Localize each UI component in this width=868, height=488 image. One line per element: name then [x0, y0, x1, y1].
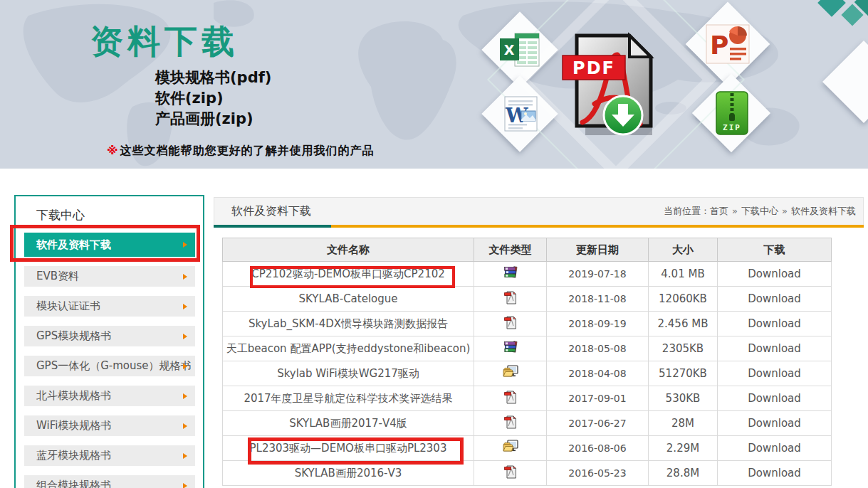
column-header: 大小: [649, 238, 718, 262]
download-link[interactable]: Download: [748, 317, 801, 330]
svg-text:PDF: PDF: [572, 58, 615, 78]
chevron-right-icon: [183, 423, 187, 429]
sidebar-item-2[interactable]: EVB资料: [24, 266, 195, 287]
banner-line-2: 软件(zip): [155, 88, 271, 109]
excel-file-icon: X: [500, 32, 541, 68]
sidebar-item-label: GPS一体化（G-mouse）规格书: [36, 359, 192, 372]
file-type-cell: [474, 461, 547, 486]
sidebar-item-7[interactable]: WiFi模块规格书: [24, 415, 195, 436]
note-text: 这些文档能帮助您更好的了解并使用我们的产品: [120, 144, 375, 157]
winrar-archive-icon: [503, 340, 518, 357]
download-cell: Download: [718, 336, 832, 361]
chevron-right-icon: [183, 274, 187, 280]
chevron-right-icon: [183, 453, 187, 459]
chevron-right-icon: [183, 364, 187, 369]
column-header: 更新日期: [547, 238, 649, 262]
file-type-cell: [474, 312, 547, 336]
download-link[interactable]: Download: [748, 392, 801, 405]
file-name-cell: Skylab WiFi模块WG217驱动: [223, 361, 474, 386]
sidebar-item-label: 蓝牙模块规格书: [36, 449, 111, 462]
update-date-cell: 2018-11-08: [547, 287, 649, 312]
file-type-cell: [474, 336, 547, 361]
table-row: SkyLab_SKM-4DX惯导模块路测数据报告 2018-09-192.456…: [223, 312, 832, 336]
file-size-cell: 4.01 MB: [649, 262, 718, 287]
note-asterisk: ※: [107, 144, 119, 157]
update-date-cell: 2019-07-18: [547, 262, 649, 287]
word-file-icon: W: [501, 95, 540, 132]
sidebar-item-1[interactable]: 软件及资料下载: [24, 233, 195, 257]
sidebar-title: 下载中心: [36, 207, 203, 223]
breadcrumb-link-3[interactable]: 软件及资料下载: [791, 206, 856, 216]
download-link[interactable]: Download: [748, 442, 801, 455]
file-name-cell: PL2303驱动—DEMO板串口驱动PL2303: [223, 436, 474, 461]
main-panel: 软件及资料下载 当前位置：首页»下载中心»软件及资料下载 文件名称文件类型更新日…: [214, 197, 864, 486]
download-cell: Download: [718, 411, 832, 436]
file-size-cell: 28.8M: [649, 461, 718, 486]
download-cell: Download: [718, 312, 832, 336]
file-size-cell: 12060KB: [649, 287, 718, 312]
file-size-cell: 28M: [649, 411, 718, 436]
file-name-cell: SKYLAB画册2017-V4版: [223, 411, 474, 436]
panel-title: 软件及资料下载: [231, 204, 311, 219]
sidebar-item-6[interactable]: 北斗模块规格书: [24, 386, 195, 406]
table-row: SKYLAB画册2016-V3 2016-05-2328.8MDownload: [223, 461, 832, 486]
table-row: Skylab WiFi模块WG217驱动 2018-04-0851270KBDo…: [223, 361, 832, 386]
sidebar-item-4[interactable]: GPS模块规格书: [24, 326, 195, 346]
pdf-download-icon: PDF: [557, 32, 665, 140]
file-type-cell: [474, 262, 547, 287]
file-size-cell: 51270KB: [649, 361, 718, 386]
chevron-right-icon: [183, 483, 187, 488]
update-date-cell: 2018-04-08: [547, 361, 649, 386]
download-link[interactable]: Download: [748, 342, 801, 355]
svg-text:X: X: [504, 42, 515, 58]
file-name-cell: 2017年度卫星导航定位科学技术奖评选结果: [223, 386, 474, 411]
breadcrumb-separator: »: [732, 206, 738, 216]
download-cell: Download: [718, 361, 832, 386]
download-link[interactable]: Download: [748, 367, 801, 380]
download-link[interactable]: Download: [748, 467, 801, 479]
zip-file-icon: ZIP: [715, 90, 749, 136]
sidebar-item-3[interactable]: 模块认证证书: [24, 296, 195, 317]
svg-text:ZIP: ZIP: [723, 123, 741, 132]
file-name-cell: SkyLab_SKM-4DX惯导模块路测数据报告: [223, 312, 474, 336]
svg-text:P: P: [710, 31, 728, 60]
update-date-cell: 2017-09-01: [547, 386, 649, 411]
breadcrumb-link-1[interactable]: 首页: [710, 206, 728, 216]
download-link[interactable]: Download: [748, 292, 801, 305]
download-link[interactable]: Download: [748, 267, 801, 280]
download-cell: Download: [718, 287, 832, 312]
update-date-cell: 2016-05-23: [547, 461, 649, 486]
sidebar-menu: 软件及资料下载EVB资料模块认证证书GPS模块规格书GPS一体化（G-mouse…: [16, 233, 203, 488]
sidebar-item-label: WiFi模块规格书: [36, 419, 111, 432]
download-link[interactable]: Download: [748, 417, 801, 430]
sidebar-item-5[interactable]: GPS一体化（G-mouse）规格书: [24, 356, 195, 376]
file-size-cell: 530KB: [649, 386, 718, 411]
column-header: 文件名称: [223, 238, 474, 262]
panel-header: 软件及资料下载 当前位置：首页»下载中心»软件及资料下载: [214, 197, 864, 225]
file-name-cell: CP2102驱动-DEMO板串口驱动CP2102: [223, 262, 474, 287]
sidebar-item-label: 北斗模块规格书: [36, 389, 111, 402]
table-header-row: 文件名称文件类型更新日期大小下载: [223, 238, 832, 262]
sidebar-item-label: GPS模块规格书: [36, 329, 111, 342]
sidebar-item-8[interactable]: 蓝牙模块规格书: [24, 445, 195, 466]
chevron-right-icon: [183, 393, 187, 399]
update-date-cell: 2016-08-06: [547, 436, 649, 461]
sidebar-download-center: 下载中心 软件及资料下载EVB资料模块认证证书GPS模块规格书GPS一体化（G-…: [14, 195, 204, 488]
winrar-archive-icon: [503, 265, 518, 282]
download-cell: Download: [718, 436, 832, 461]
file-type-cell: [474, 287, 547, 312]
file-type-cell: [474, 436, 547, 461]
file-name-cell: SKYLAB-Catelogue: [223, 287, 474, 312]
file-type-cell: [474, 411, 547, 436]
banner-title: 资料下载: [90, 20, 239, 64]
sidebar-item-9[interactable]: 组合模块规格书: [24, 475, 195, 488]
file-table: 文件名称文件类型更新日期大小下载 CP2102驱动-DEMO板串口驱动CP210…: [222, 238, 832, 486]
update-date-cell: 2018-05-08: [547, 336, 649, 361]
file-size-cell: 2.456 MB: [649, 312, 718, 336]
table-row: PL2303驱动—DEMO板串口驱动PL2303 2016-08-062.29M…: [223, 436, 832, 461]
download-cell: Download: [718, 461, 832, 486]
breadcrumb-link-2[interactable]: 下载中心: [741, 206, 778, 216]
table-row: SKYLAB-Catelogue 2018-11-0812060KBDownlo…: [223, 287, 832, 312]
table-row: 2017年度卫星导航定位科学技术奖评选结果 2017-09-01530KBDow…: [223, 386, 832, 411]
sidebar-item-label: 组合模块规格书: [36, 479, 111, 488]
